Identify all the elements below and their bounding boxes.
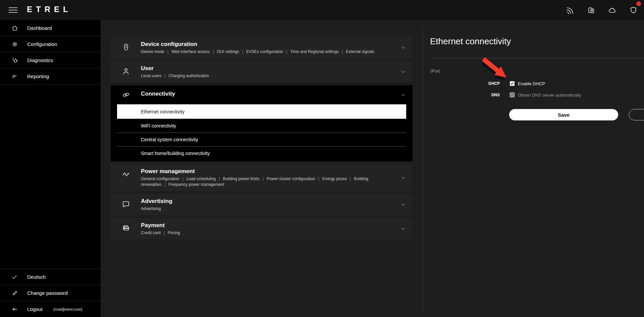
sublink-pricing[interactable]: Pricing bbox=[168, 230, 180, 235]
app-logo: ETREL bbox=[27, 5, 72, 14]
chevron-up-icon bbox=[400, 92, 406, 98]
chat-icon bbox=[111, 198, 141, 209]
sublink-web-interface-access[interactable]: Web interface access bbox=[171, 49, 210, 54]
sub-item-wifi-connectivity[interactable]: WiFi connectivity bbox=[117, 119, 406, 133]
sidebar-item-reporting[interactable]: Reporting bbox=[0, 68, 101, 85]
section-sublinks: General configuration|Load scheduling|Bu… bbox=[141, 176, 392, 188]
sublink-power-cluster-configuration[interactable]: Power cluster configuration bbox=[267, 176, 315, 181]
section-header-power-management[interactable]: Power managementGeneral configuration|Lo… bbox=[111, 164, 413, 191]
logged-in-user: (root@etrel.com) bbox=[53, 307, 82, 311]
sublink-device-mode[interactable]: Device mode bbox=[141, 49, 164, 54]
section-sublinks: Advertising bbox=[141, 206, 392, 212]
page-title: Ethernet connectivity bbox=[430, 36, 511, 47]
card-icon bbox=[111, 222, 141, 233]
sublink-building-power-limits[interactable]: Building power limits bbox=[223, 176, 259, 181]
section-title: User bbox=[141, 65, 392, 72]
chevron-down-icon bbox=[400, 45, 406, 50]
link-separator: | bbox=[182, 176, 183, 181]
section-power-management: Power managementGeneral configuration|Lo… bbox=[111, 164, 413, 191]
sidebar-item-label: Reporting bbox=[27, 73, 49, 79]
check-icon bbox=[11, 273, 18, 281]
link-separator: | bbox=[164, 182, 165, 187]
field-label-dhcp: DHCP bbox=[422, 81, 500, 86]
section-header-connectivity[interactable]: Connectivity bbox=[111, 85, 413, 104]
checkbox-label[interactable]: Enable DHCP bbox=[518, 81, 545, 86]
section-sublinks: Credit card|Pricing bbox=[141, 230, 392, 236]
menu-button[interactable] bbox=[9, 6, 18, 14]
sublink-charging-authorization[interactable]: Charging authorization bbox=[169, 73, 209, 78]
sidebar-item-label: Change password bbox=[27, 290, 68, 296]
section-header-payment[interactable]: PaymentCredit card|Pricing bbox=[111, 218, 413, 240]
sublink-frequency-power-management[interactable]: Frequency power management bbox=[169, 182, 224, 187]
link-separator: | bbox=[342, 49, 343, 54]
shield-icon[interactable] bbox=[629, 6, 638, 15]
section-title: Device configuration bbox=[141, 41, 392, 48]
sublink-local-users[interactable]: Local users bbox=[141, 73, 161, 78]
sidebar-item-deutsch[interactable]: Deutsch bbox=[0, 269, 101, 285]
save-button[interactable]: Save bbox=[509, 109, 618, 120]
sidebar-item-label: Deutsch bbox=[27, 274, 46, 280]
sidebar-item-label: Configuration bbox=[27, 41, 57, 47]
sidebar-item-label: Diagnostics bbox=[27, 57, 53, 63]
sub-item-smart-home-building-connectivity[interactable]: Smart home/building connectivity bbox=[117, 146, 406, 160]
title-divider bbox=[430, 58, 644, 58]
link-separator: | bbox=[350, 176, 351, 181]
enable-dhcp-checkbox[interactable] bbox=[509, 81, 515, 86]
topbar-status-icons bbox=[566, 0, 638, 20]
devices-icon[interactable] bbox=[587, 6, 596, 15]
sublink-general-configuration[interactable]: General configuration bbox=[141, 176, 179, 181]
sub-item-central-system-connectivity[interactable]: Central system connectivity bbox=[117, 133, 406, 146]
link-separator: | bbox=[164, 230, 165, 235]
section-title: Power management bbox=[141, 168, 392, 175]
signal-icon[interactable] bbox=[566, 6, 575, 15]
section-header-user[interactable]: UserLocal users|Charging authorization bbox=[111, 61, 413, 83]
sidebar-item-logout[interactable]: Logout(root@etrel.com) bbox=[0, 301, 101, 317]
ipv4-group-label: IPv4 bbox=[430, 68, 440, 74]
settings-accordion: Device configurationDevice mode|Web inte… bbox=[111, 37, 413, 242]
section-sublinks: Device mode|Web interface access|GUI set… bbox=[141, 49, 392, 55]
sidebar-item-change-password[interactable]: Change password bbox=[0, 285, 101, 301]
field-row-dns: DNSObtain DNS server automatically bbox=[422, 92, 581, 98]
gear-icon bbox=[11, 41, 18, 48]
sidebar: DashboardConfigurationDiagnosticsReporti… bbox=[0, 20, 101, 317]
connectivity-sub-list: Ethernet connectivityWiFi connectivityCe… bbox=[117, 104, 406, 161]
sublink-gui-settings[interactable]: GUI settings bbox=[217, 49, 239, 54]
section-device-configuration: Device configurationDevice mode|Web inte… bbox=[111, 37, 413, 58]
sidebar-item-configuration[interactable]: Configuration bbox=[0, 36, 101, 52]
sidebar-item-diagnostics[interactable]: Diagnostics bbox=[0, 52, 101, 68]
link-separator: | bbox=[318, 176, 319, 181]
sidebar-item-label: Dashboard bbox=[27, 25, 52, 31]
link-separator: | bbox=[219, 176, 220, 181]
sublink-load-scheduling[interactable]: Load scheduling bbox=[186, 176, 216, 181]
secondary-button[interactable] bbox=[629, 109, 644, 120]
link-separator: | bbox=[286, 49, 287, 54]
sublink-evses-configuration[interactable]: EVSEs configuration bbox=[246, 49, 283, 54]
section-header-advertising[interactable]: AdvertisingAdvertising bbox=[111, 194, 413, 215]
annotation-arrow bbox=[480, 55, 514, 83]
cloud-icon[interactable] bbox=[608, 6, 617, 15]
section-connectivity: ConnectivityEthernet connectivityWiFi co… bbox=[111, 85, 413, 161]
section-title: Advertising bbox=[141, 198, 392, 205]
pencil-icon bbox=[11, 289, 18, 297]
section-payment: PaymentCredit card|Pricing bbox=[111, 218, 413, 240]
report-icon bbox=[11, 73, 18, 80]
sublink-credit-card[interactable]: Credit card bbox=[141, 230, 161, 235]
sublink-energy-prices[interactable]: Energy prices bbox=[322, 176, 347, 181]
chevron-down-icon bbox=[400, 175, 406, 180]
link-separator: | bbox=[213, 49, 214, 54]
detail-panel: Ethernet connectivity IPv4 DHCPEnable DH… bbox=[422, 20, 644, 317]
section-header-device-configuration[interactable]: Device configurationDevice mode|Web inte… bbox=[111, 37, 413, 58]
user-icon bbox=[111, 65, 141, 76]
section-title: Connectivity bbox=[141, 90, 392, 98]
sub-item-ethernet-connectivity[interactable]: Ethernet connectivity bbox=[117, 104, 406, 119]
chevron-down-icon bbox=[400, 69, 406, 74]
sidebar-item-dashboard[interactable]: Dashboard bbox=[0, 20, 101, 36]
device-icon bbox=[111, 41, 141, 52]
sublink-time-and-regional-settings[interactable]: Time and Regional settings bbox=[290, 49, 339, 54]
link-icon bbox=[111, 90, 141, 99]
section-sublinks: Local users|Charging authorization bbox=[141, 73, 392, 79]
sublink-advertising[interactable]: Advertising bbox=[141, 206, 161, 211]
sublink-external-signals[interactable]: External signals bbox=[346, 49, 374, 54]
link-separator: | bbox=[164, 73, 165, 78]
chevron-down-icon bbox=[400, 202, 406, 207]
